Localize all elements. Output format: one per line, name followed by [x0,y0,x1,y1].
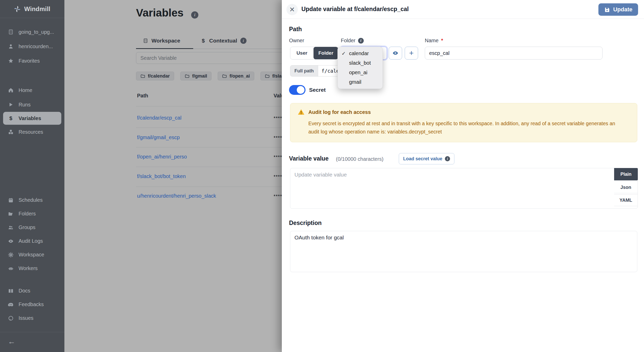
workspace-selector-label: going_to_upg... [19,29,54,35]
dropdown-option-label: gmail [349,79,361,85]
sidebar-context-group: going_to_upg... henricourden... Favorite… [0,25,64,68]
sidebar-item-resources[interactable]: Resources [0,125,64,139]
warning-title: Audit log for each access [308,109,371,115]
sidebar-item-runs[interactable]: Runs [0,97,64,112]
chip-folder-gmail[interactable]: f/gmail [180,72,211,80]
required-asterisk: * [441,38,443,44]
dropdown-option-slack-bot[interactable]: slack_bot [338,58,383,68]
owner-kind-toggle: User Folder [290,47,338,60]
drawer-title: Update variable at f/calendar/escp_cal [301,6,409,13]
chip-folder-slack-bot[interactable]: f/slack_bot [260,72,282,80]
dollar-icon: $ [200,38,206,44]
description-textarea[interactable] [290,231,637,272]
sidebar-item-groups[interactable]: Groups [0,221,64,234]
format-tab-plain[interactable]: Plain [614,168,638,180]
variable-value-textarea[interactable] [290,168,638,209]
owner-folder-option[interactable]: Folder [313,47,338,59]
chip-folder-calendar[interactable]: f/calendar [136,72,174,80]
secret-toggle[interactable] [289,85,306,95]
full-path-label: Full path [290,65,318,76]
variable-row-value: ***** [274,154,282,160]
sidebar-item-workspace-settings[interactable]: Workspace [0,248,64,262]
variable-row-value: ***** [274,135,282,141]
audit-logs-label: Audit Logs [19,238,43,244]
warning-triangle-icon [298,108,305,116]
docs-label: Docs [19,288,30,294]
table-divider [136,106,282,106]
tab-workspace[interactable]: Workspace [143,33,180,48]
robot-icon [8,265,14,272]
info-icon[interactable]: i [358,38,364,44]
chip-label: f/calendar [148,73,170,79]
sidebar-item-workers[interactable]: Workers [0,262,64,275]
view-folder-button[interactable] [389,47,402,60]
chip-label: f/gmail [192,73,207,79]
column-header-value: Value [274,93,282,99]
collapse-sidebar-button[interactable]: ← [8,338,15,345]
cubes-icon [8,129,14,135]
variable-row-link[interactable]: f/open_ai/henri_perso [137,154,187,160]
path-section-heading: Path [289,26,302,33]
star-icon [8,58,14,64]
dropdown-option-open-ai[interactable]: open_ai [338,68,383,77]
sidebar-item-variables-active[interactable]: $ Variables [3,112,61,125]
folder-icon [185,74,190,79]
sidebar-item-audit-logs[interactable]: Audit Logs [0,234,64,248]
github-icon [8,315,14,321]
add-folder-button[interactable]: + [405,47,418,60]
dropdown-option-label: slack_bot [349,60,371,66]
info-icon[interactable]: i [240,38,247,44]
groups-label: Groups [19,224,36,230]
sidebar-item-issues[interactable]: Issues [0,311,64,325]
favorites-label: Favorites [19,58,40,64]
sidebar-item-folders[interactable]: Folders [0,207,64,221]
windmill-logo-icon [13,5,21,13]
info-icon[interactable]: i [191,11,198,19]
tab-contextual[interactable]: $ Contextual i [200,33,247,48]
update-variable-drawer: ✕ Update variable at f/calendar/escp_cal… [282,0,644,352]
dropdown-option-label: open_ai [349,70,367,76]
drawer-header: ✕ Update variable at f/calendar/escp_cal… [282,0,644,19]
sidebar-item-feedbacks[interactable]: Feedbacks [0,298,64,311]
variable-name-input[interactable] [425,47,603,60]
toggle-knob [297,86,304,94]
sidebar-item-schedules[interactable]: Schedules [0,193,64,207]
sidebar: Windmill going_to_upg... henricourden...… [0,0,64,352]
home-label: Home [19,87,32,93]
load-secret-value-button[interactable]: Load secret value i [399,153,454,164]
folders-label: Folders [19,211,36,217]
folder-open-icon [8,211,14,217]
runs-label: Runs [19,102,31,108]
sidebar-main-nav: Home Runs $ Variables Resources [0,83,64,139]
eye-icon [8,238,14,244]
owner-user-option[interactable]: User [290,47,313,59]
feedbacks-label: Feedbacks [19,301,44,307]
format-tab-json[interactable]: Json [614,181,638,193]
variable-row-link[interactable]: u/henricourdent/henri_perso_slack [137,193,216,199]
dropdown-option-gmail[interactable]: gmail [338,77,383,87]
format-tab-yaml[interactable]: YAML [614,194,638,206]
owner-label: Owner [289,38,304,44]
search-variable-input[interactable] [136,52,282,64]
sidebar-item-docs[interactable]: Docs [0,284,64,298]
character-counter: (0/10000 characters) [336,156,384,162]
variable-row-link[interactable]: f/calendar/escp_cal [137,115,181,121]
dropdown-option-calendar[interactable]: ✓ calendar [338,49,383,58]
chip-folder-open-ai[interactable]: f/open_ai [218,72,254,80]
book-icon [8,288,14,294]
users-gear-icon [8,224,14,231]
sidebar-item-favorites[interactable]: Favorites [0,54,64,68]
update-button[interactable]: Update [598,3,638,16]
checkmark-icon: ✓ [342,51,346,56]
close-icon: ✕ [289,6,295,13]
load-secret-label: Load secret value [403,156,442,162]
variable-row-link[interactable]: f/gmail/gmail_escp [137,135,180,140]
table-divider [136,187,282,187]
variable-row-link[interactable]: f/slack_bot/bot_token [137,173,186,179]
close-button[interactable]: ✕ [286,4,298,15]
sidebar-item-workspace-selector[interactable]: going_to_upg... [0,25,64,39]
sidebar-item-home[interactable]: Home [0,83,64,97]
user-icon [8,43,14,49]
folder-label-text: Folder [341,38,355,44]
sidebar-item-user[interactable]: henricourden... [0,39,64,54]
